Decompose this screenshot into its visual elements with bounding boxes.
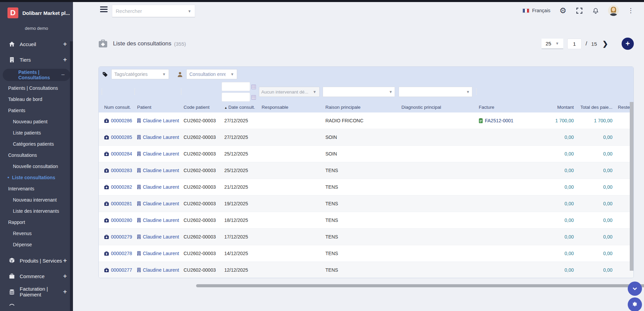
date-to-input[interactable] <box>222 92 250 102</box>
sidebar-submenu-item[interactable]: Intervenants <box>0 183 73 194</box>
intervenant-filter-select[interactable]: Aucun intervenant dé... ▼ <box>259 87 320 97</box>
patient-link[interactable]: Claudine Laurent <box>143 217 179 223</box>
table-row[interactable]: 00000282 Claudine Laurent CU2602-00003 2… <box>99 179 633 195</box>
table-row[interactable]: 00000281 Claudine Laurent CU2602-00003 1… <box>99 195 633 212</box>
num-filter-input[interactable] <box>101 88 102 95</box>
expand-plus-icon[interactable]: + <box>63 272 68 280</box>
col-montant[interactable]: Montant <box>543 105 576 110</box>
sidebar-submenu-item[interactable]: • Liste consultations <box>0 172 73 183</box>
sidebar-submenu-item[interactable]: Nouveau intervenant <box>0 194 73 205</box>
patient-link[interactable]: Claudine Laurent <box>143 267 179 273</box>
code-filter-input[interactable] <box>181 88 182 95</box>
patient-link[interactable]: Claudine Laurent <box>143 184 179 190</box>
expand-plus-icon[interactable]: + <box>63 40 68 48</box>
col-responsable[interactable]: Responsable <box>259 105 323 110</box>
patient-link[interactable]: Claudine Laurent <box>143 201 179 206</box>
tags-categories-select[interactable]: Tags/catégories ▼ <box>111 69 169 79</box>
page-size-select[interactable]: 25 ▼ <box>542 39 563 49</box>
sidebar-submenu-item[interactable]: Catégories patients <box>0 138 73 149</box>
fullscreen-icon[interactable] <box>575 7 583 14</box>
table-row[interactable]: 00000280 Claudine Laurent CU2602-00003 1… <box>99 212 633 229</box>
col-total-paiements[interactable]: Total des paie... <box>576 105 615 110</box>
facture-link[interactable]: FA2512-0001 <box>485 118 513 123</box>
table-row[interactable]: 00000285 Claudine Laurent CU2602-00003 2… <box>99 129 633 146</box>
table-row[interactable]: 00000283 Claudine Laurent CU2602-00003 2… <box>99 162 633 179</box>
settings-gear-icon[interactable]: ⚙ <box>559 7 567 14</box>
patient-link[interactable]: Claudine Laurent <box>143 168 179 173</box>
page-number-input[interactable] <box>567 39 582 49</box>
consultation-link[interactable]: 00000278 <box>111 251 132 256</box>
status-select[interactable]: Consultation enregistrée ... ▼ <box>186 69 237 79</box>
calendar-icon[interactable] <box>251 95 256 99</box>
sidebar-submenu-item[interactable]: Revenus <box>0 228 73 239</box>
consultation-link[interactable]: 00000279 <box>111 234 132 240</box>
col-diagnostic[interactable]: Diagnostic principal <box>399 105 476 110</box>
sidebar-submenu-item[interactable]: Patients | Consultations <box>0 82 73 94</box>
sidebar-submenu-item[interactable]: Liste des intervenants <box>0 205 73 216</box>
calendar-icon[interactable] <box>251 84 256 89</box>
global-search[interactable]: ▼ <box>112 5 195 17</box>
consultation-link[interactable]: 00000284 <box>111 151 132 157</box>
sidebar-item-tiers[interactable]: Tiers + <box>0 52 73 67</box>
col-code[interactable]: Code patient <box>181 105 222 110</box>
expand-plus-icon[interactable]: + <box>63 288 68 295</box>
consultation-link[interactable]: 00000282 <box>111 184 132 190</box>
consultation-link[interactable]: 00000285 <box>111 134 132 140</box>
sidebar-submenu-item[interactable]: Rapport <box>0 216 73 228</box>
bell-icon[interactable] <box>592 7 599 14</box>
sidebar-submenu-item[interactable]: Patients <box>0 105 73 116</box>
patient-link[interactable]: Claudine Laurent <box>143 251 179 256</box>
sidebar-submenu-item[interactable]: Liste patients <box>0 127 73 138</box>
consultation-link[interactable]: 00000281 <box>111 201 132 206</box>
table-row[interactable]: 00000277 Claudine Laurent CU2602-00003 1… <box>99 262 633 278</box>
language-label[interactable]: Français <box>532 8 550 13</box>
hamburger-menu-icon[interactable] <box>100 6 108 12</box>
consultation-link[interactable]: 00000283 <box>111 168 132 173</box>
sidebar-submenu-item[interactable]: Nouvelle consultation <box>0 161 73 172</box>
date-from-input[interactable] <box>222 82 250 91</box>
sidebar-submenu-item[interactable]: Consultations <box>0 149 73 161</box>
sidebar-submenu-item[interactable]: Tableau de bord <box>0 94 73 105</box>
patient-link[interactable]: Claudine Laurent <box>143 118 179 123</box>
french-flag-icon[interactable] <box>523 8 529 13</box>
next-page-button[interactable]: ❯ <box>602 40 608 48</box>
kebab-menu-icon[interactable]: ⋮ <box>628 7 634 14</box>
collapse-minus-icon[interactable]: − <box>61 71 66 79</box>
table-row[interactable]: 00000279 Claudine Laurent CU2602-00003 1… <box>99 229 633 245</box>
col-raison[interactable]: Raison principale <box>323 105 399 110</box>
sidebar-item-accueil[interactable]: Accueil + <box>0 36 73 52</box>
table-row[interactable]: 00000284 Claudine Laurent CU2602-00003 2… <box>99 146 633 162</box>
expand-plus-icon[interactable]: + <box>63 56 68 63</box>
expand-plus-icon[interactable]: + <box>63 257 68 264</box>
horizontal-scrollbar[interactable] <box>196 284 644 287</box>
patient-link[interactable]: Claudine Laurent <box>143 151 179 157</box>
vertical-scrollbar[interactable] <box>630 102 633 271</box>
col-patient[interactable]: Patient <box>134 105 181 110</box>
user-avatar[interactable] <box>608 5 619 16</box>
consultation-link[interactable]: 00000286 <box>111 118 132 123</box>
sidebar-item-facturation-paiement[interactable]: Facturation | Paiement + <box>0 284 73 299</box>
diagnostic-filter-select[interactable]: ▼ <box>399 87 472 97</box>
new-consultation-button[interactable]: + <box>622 38 634 50</box>
sidebar-group-patients-consultations[interactable]: Patients | Consultations − <box>3 69 70 81</box>
settings-fab-button[interactable] <box>628 297 642 311</box>
search-input[interactable] <box>112 8 188 14</box>
consultation-link[interactable]: 00000277 <box>111 267 132 273</box>
col-num[interactable]: Num consult. <box>101 105 134 110</box>
raison-filter-select[interactable]: ▼ <box>323 87 395 97</box>
patient-link[interactable]: Claudine Laurent <box>143 234 179 240</box>
sidebar-item-produits-services[interactable]: Produits | Services + <box>0 253 73 268</box>
patient-link[interactable]: Claudine Laurent <box>143 134 179 140</box>
sidebar-item-commerce[interactable]: Commerce + <box>0 268 73 284</box>
sidebar-submenu-item[interactable]: Dépense <box>0 239 73 250</box>
facture-filter-input[interactable] <box>476 88 477 95</box>
table-row[interactable]: 00000278 Claudine Laurent CU2602-00003 1… <box>99 245 633 262</box>
sidebar-submenu-item[interactable]: Nouveau patient <box>0 116 73 127</box>
table-row[interactable]: 00000286 Claudine Laurent CU2602-00003 2… <box>99 112 633 129</box>
dolibarr-logo[interactable]: D <box>7 7 18 18</box>
col-date[interactable]: ▲Date consult. <box>222 105 259 110</box>
patient-filter-input[interactable] <box>134 88 135 95</box>
sidebar-item-cutoff[interactable] <box>0 299 73 310</box>
col-facture[interactable]: Facture <box>476 105 543 110</box>
consultation-link[interactable]: 00000280 <box>111 217 132 223</box>
